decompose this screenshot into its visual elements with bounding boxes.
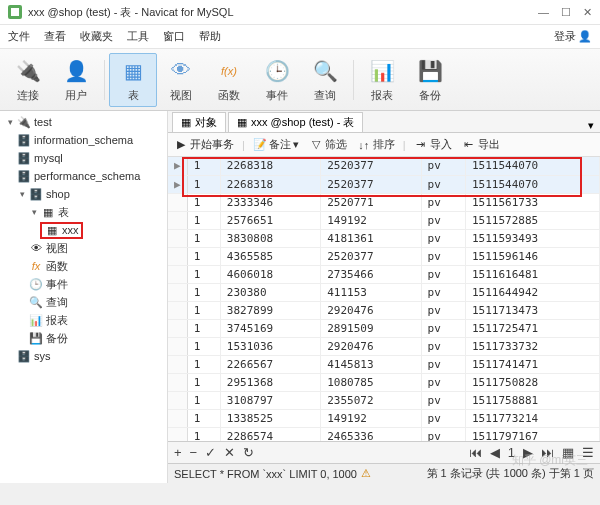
table-row[interactable]: ▶122683182520377pv1511544070 <box>168 175 600 193</box>
menu-window[interactable]: 窗口 <box>163 29 185 44</box>
table-row[interactable]: 129513681080785pv1511750828 <box>168 373 600 391</box>
cell[interactable]: 230380 <box>220 283 320 301</box>
cell[interactable]: 3745169 <box>220 319 320 337</box>
cell[interactable]: 1 <box>187 175 220 193</box>
tree-db[interactable]: 🗄️performance_schema <box>0 167 167 185</box>
cell[interactable]: 1 <box>187 229 220 247</box>
cell[interactable]: 2735466 <box>321 265 421 283</box>
cell[interactable]: 2520771 <box>321 193 421 211</box>
cell[interactable]: 2576651 <box>220 211 320 229</box>
table-row[interactable]: 122665674145813pv1511741471 <box>168 355 600 373</box>
page-num-button[interactable]: 1 <box>508 445 515 460</box>
cell[interactable] <box>168 229 187 247</box>
table-row[interactable]: 122865742465336pv1511797167 <box>168 427 600 441</box>
cell[interactable]: 1511750828 <box>465 373 599 391</box>
cell[interactable]: pv <box>421 373 465 391</box>
tab-menu-icon[interactable]: ▾ <box>582 119 600 132</box>
cell[interactable]: pv <box>421 193 465 211</box>
cell[interactable]: 1511644942 <box>465 283 599 301</box>
tree-table-xxx[interactable]: ▦xxx <box>0 221 167 239</box>
cell[interactable]: 4606018 <box>220 265 320 283</box>
cell[interactable]: 1 <box>187 265 220 283</box>
cell[interactable]: 3827899 <box>220 301 320 319</box>
cell[interactable]: 2951368 <box>220 373 320 391</box>
cell[interactable]: 1 <box>187 355 220 373</box>
form-view-button[interactable]: ☰ <box>582 445 594 460</box>
cell[interactable]: 1511733732 <box>465 337 599 355</box>
cell[interactable]: pv <box>421 427 465 441</box>
tree-db[interactable]: 🗄️sys <box>0 347 167 365</box>
cell[interactable]: 1511616481 <box>465 265 599 283</box>
cell[interactable]: 4181361 <box>321 229 421 247</box>
tool-func[interactable]: f(x)函数 <box>205 53 253 107</box>
table-row[interactable]: 123333462520771pv1511561733 <box>168 193 600 211</box>
table-row[interactable]: 131087972355072pv1511758881 <box>168 391 600 409</box>
filter-button[interactable]: ▽筛选 <box>307 137 349 152</box>
menu-favorites[interactable]: 收藏夹 <box>80 29 113 44</box>
cell[interactable]: 4145813 <box>321 355 421 373</box>
cell[interactable]: 149192 <box>321 211 421 229</box>
table-row[interactable]: 11338525149192pv1511773214 <box>168 409 600 427</box>
cell[interactable] <box>168 193 187 211</box>
tree-event[interactable]: 🕒事件 <box>0 275 167 293</box>
data-grid[interactable]: ▶122683182520377pv1511544070▶12268318252… <box>168 157 600 441</box>
table-row[interactable]: 138308084181361pv1511593493 <box>168 229 600 247</box>
cell[interactable]: 1511773214 <box>465 409 599 427</box>
cell[interactable]: 1080785 <box>321 373 421 391</box>
cell[interactable]: pv <box>421 157 465 175</box>
cell[interactable]: pv <box>421 319 465 337</box>
cell[interactable] <box>168 337 187 355</box>
cell[interactable]: pv <box>421 211 465 229</box>
cell[interactable]: pv <box>421 175 465 193</box>
tab-objects[interactable]: ▦对象 <box>172 112 226 132</box>
cell[interactable]: 1 <box>187 391 220 409</box>
cell[interactable]: 1511741471 <box>465 355 599 373</box>
cell[interactable]: 2520377 <box>321 157 421 175</box>
menu-file[interactable]: 文件 <box>8 29 30 44</box>
cell[interactable] <box>168 211 187 229</box>
tool-connect[interactable]: 🔌连接 <box>4 53 52 107</box>
cell[interactable]: 2920476 <box>321 337 421 355</box>
tree-connection[interactable]: ▾🔌test <box>0 113 167 131</box>
cell[interactable]: 3830808 <box>220 229 320 247</box>
tool-report[interactable]: 📊报表 <box>358 53 406 107</box>
tree-db-shop[interactable]: ▾🗄️shop <box>0 185 167 203</box>
cell[interactable]: pv <box>421 283 465 301</box>
cell[interactable]: 2333346 <box>220 193 320 211</box>
add-row-button[interactable]: + <box>174 445 182 460</box>
login-button[interactable]: 登录 👤 <box>554 29 592 44</box>
grid-view-button[interactable]: ▦ <box>562 445 574 460</box>
tree-view[interactable]: 👁视图 <box>0 239 167 257</box>
cell[interactable]: 1 <box>187 211 220 229</box>
cell[interactable]: 2355072 <box>321 391 421 409</box>
first-page-button[interactable]: ⏮ <box>469 445 482 460</box>
table-row[interactable]: 1230380411153pv1511644942 <box>168 283 600 301</box>
menu-help[interactable]: 帮助 <box>199 29 221 44</box>
cell[interactable]: 149192 <box>321 409 421 427</box>
cell[interactable] <box>168 265 187 283</box>
table-row[interactable]: 137451692891509pv1511725471 <box>168 319 600 337</box>
cell[interactable]: 2465336 <box>321 427 421 441</box>
cell[interactable]: 1511572885 <box>465 211 599 229</box>
cell[interactable] <box>168 319 187 337</box>
cancel-edit-button[interactable]: ✕ <box>224 445 235 460</box>
import-button[interactable]: ⇥导入 <box>412 137 454 152</box>
begin-trans-button[interactable]: ▶开始事务 <box>172 137 236 152</box>
cell[interactable]: 1511561733 <box>465 193 599 211</box>
table-row[interactable]: 138278992920476pv1511713473 <box>168 301 600 319</box>
cell[interactable]: 1338525 <box>220 409 320 427</box>
prev-page-button[interactable]: ◀ <box>490 445 500 460</box>
tree-report[interactable]: 📊报表 <box>0 311 167 329</box>
cell[interactable]: ▶ <box>168 175 187 193</box>
close-button[interactable]: ✕ <box>583 6 592 19</box>
cell[interactable]: pv <box>421 301 465 319</box>
tree-db[interactable]: 🗄️information_schema <box>0 131 167 149</box>
tree-func[interactable]: fx函数 <box>0 257 167 275</box>
cell[interactable]: 1511593493 <box>465 229 599 247</box>
menu-view[interactable]: 查看 <box>44 29 66 44</box>
cell[interactable]: 2920476 <box>321 301 421 319</box>
cell[interactable] <box>168 301 187 319</box>
cell[interactable]: 2268318 <box>220 175 320 193</box>
cell[interactable]: 1511797167 <box>465 427 599 441</box>
export-button[interactable]: ⇤导出 <box>460 137 502 152</box>
